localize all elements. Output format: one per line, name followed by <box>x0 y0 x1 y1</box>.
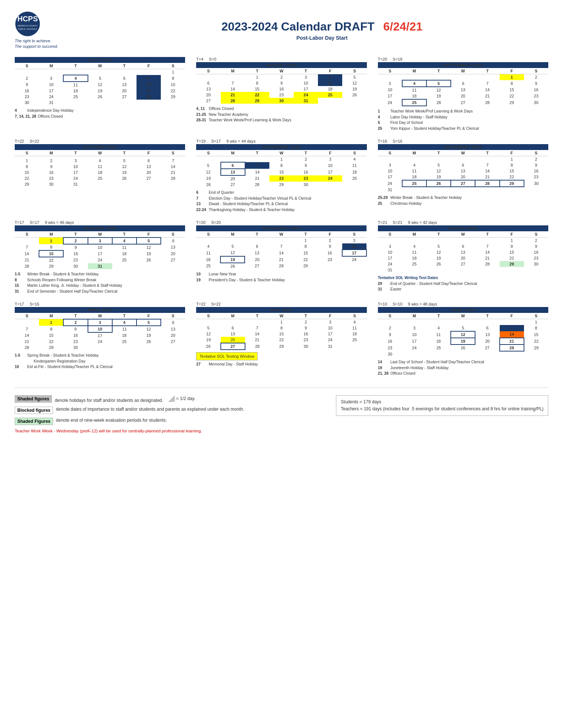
month-january-2024: T=17 S=17 9 wks = 46 days JANUARY 2024 S… <box>15 220 185 295</box>
month-november-2023: T=19 S=17 9 wks = 44 days NOVEMBER 2023 … <box>196 139 367 213</box>
may-stats: T=22 S=22 <box>196 302 367 306</box>
teachers-text: Teachers = 191 days (includes four .5 ev… <box>341 406 543 413</box>
shaded-figures2-box: Shaded Figures <box>15 418 53 425</box>
shaded-figures2-text: denote end of nine-week evaluation perio… <box>56 418 167 423</box>
jan-stats: T=17 S=17 9 wks = 46 days <box>15 220 185 225</box>
jun-stats: T=10 S=10 9 wks = 48 days <box>378 302 548 306</box>
feb-title: FEBRUARY 2024 <box>196 225 366 231</box>
month-july-2023: JULY 2023 SMTWTFS 1 2345678 910111213141… <box>15 57 185 132</box>
jan-notes: 1-5Winter Break - Student & Teacher Holi… <box>15 271 185 295</box>
svg-marker-4 <box>168 395 175 402</box>
mar-title: MARCH 2024 <box>378 225 548 231</box>
calendar-grid: JULY 2023 SMTWTFS 1 2345678 910111213141… <box>15 57 548 377</box>
july-title: JULY 2023 <box>15 57 185 63</box>
mar-notes: Tentative SOL Writing Test Dates 29End o… <box>378 275 548 292</box>
jun-table: JUNE 2024 SMTWTFS 1 2345678 910111213141… <box>378 307 548 357</box>
sep-title: SEPTEMBER 2023 <box>378 62 548 68</box>
month-december-2023: T=16 S=16 DECEMBER 2023 SMTWTFS 12 34567… <box>378 139 548 213</box>
month-october-2023: T=22 S=22 OCTOBER 2023 SMTWTFS 1234567 8… <box>15 139 185 213</box>
may-notes: Tentative SOL Testing Window 27Memorial … <box>196 352 367 367</box>
half-day-indicator: = 1/2 day. <box>168 395 195 402</box>
shaded-figures-box: Shaded figures <box>15 395 52 403</box>
blocked-figures-box: Blocked figures <box>15 407 53 414</box>
dec-title: DECEMBER 2023 <box>378 144 548 150</box>
dec-notes: 25-29Winter Break - Student & Teacher Ho… <box>378 195 548 207</box>
nov-title: NOVEMBER 2023 <box>196 144 367 150</box>
nov-table: NOVEMBER 2023 SMTWTFS 1234 567891011 121… <box>196 144 367 188</box>
may-title: MAY 2024 <box>196 307 367 313</box>
title-area: 2023-2024 Calendar DRAFT 6/24/21 Post-La… <box>96 20 548 41</box>
mar-table: MARCH 2024 SMTWTFS 12 3456789 1011121314… <box>378 225 548 273</box>
month-april-2024: T=17 S=16 APRIL 2024 SMTWTFS 123456 7891… <box>15 302 185 377</box>
month-september-2023: T=20 S=18 SEPTEMBER 2023 SMTWTFS 12 3456… <box>378 57 548 132</box>
august-stats: T=4 S=0 <box>196 57 367 61</box>
august-title: AUGUST 2023 <box>196 62 367 68</box>
logo-area: HCPS HENRICO COUNTY PUBLIC SCHOOLS The r… <box>15 11 96 50</box>
sol-testing-bar: Tentative SOL Testing Window <box>196 352 258 361</box>
students-text: Students = 179 days <box>341 399 543 406</box>
month-june-2024: T=10 S=10 9 wks = 48 days JUNE 2024 SMTW… <box>378 302 548 377</box>
blocked-figures-text: denote dates of importance to staff and/… <box>56 407 244 412</box>
legend-area: Shaded figures denote holidays for staff… <box>15 388 548 433</box>
sep-notes: 1Teacher Work Week/Prof Learning & Work … <box>378 108 548 132</box>
main-title: 2023-2024 Calendar DRAFT <box>222 20 375 33</box>
svg-text:HENRICO COUNTY: HENRICO COUNTY <box>18 25 38 27</box>
sep-table: SEPTEMBER 2023 SMTWTFS 12 3456789 101112… <box>378 62 548 106</box>
jan-table: JANUARY 2024 SMTWTFS 123456 78910111213 … <box>15 225 185 269</box>
mar-stats: T=21 S=21 9 wks = 42 days <box>378 220 548 225</box>
july-notes: 4Independence Day Holiday 7, 14, 21, 28O… <box>15 108 185 119</box>
sep-stats: T=20 S=18 <box>378 57 548 61</box>
apr-notes: 1-5Spring Break - Student & Teacher Holi… <box>15 353 185 370</box>
legend-right-box: Students = 179 days Teachers = 191 days … <box>336 395 548 416</box>
oct-title: OCTOBER 2023 <box>15 144 185 150</box>
feb-notes: 10Lunar New Year 19President's Day - Stu… <box>196 271 367 283</box>
draft-date: 6/24/21 <box>383 20 423 33</box>
month-august-2023: T=4 S=0 AUGUST 2023 SMTWTFS 12345 678910… <box>196 57 367 132</box>
apr-table: APRIL 2024 SMTWTFS 123456 78910111213 14… <box>15 307 185 350</box>
jun-title: JUNE 2024 <box>378 307 548 313</box>
hcps-logo-icon: HCPS HENRICO COUNTY PUBLIC SCHOOLS <box>15 11 40 37</box>
tagline: The right to achieve. The support to suc… <box>15 38 96 50</box>
oct-table: OCTOBER 2023 SMTWTFS 1234567 89101112131… <box>15 144 185 187</box>
legend-row-1: Shaded figures denote holidays for staff… <box>15 395 321 403</box>
legend-row-3: Shaded Figures denote end of nine-week e… <box>15 418 321 425</box>
month-may-2024: T=22 S=22 MAY 2024 SMTWTFS 1234 56789101… <box>196 302 367 377</box>
nov-stats: T=19 S=17 9 wks = 44 days <box>196 139 367 143</box>
feb-table: FEBRUARY 2024 SMTWTFS 123 45678910 11121… <box>196 225 367 269</box>
apr-stats: T=17 S=16 <box>15 302 185 306</box>
month-march-2024: T=21 S=21 9 wks = 42 days MARCH 2024 SMT… <box>378 220 548 295</box>
subtitle: Post-Labor Day Start <box>96 35 548 41</box>
page-header: HCPS HENRICO COUNTY PUBLIC SCHOOLS The r… <box>15 11 548 50</box>
nov-notes: 6End of Quarter 7Election Day - Student … <box>196 190 367 213</box>
svg-text:HCPS: HCPS <box>17 15 38 23</box>
legend-row-2: Blocked figures denote dates of importan… <box>15 407 321 414</box>
august-table: AUGUST 2023 SMTWTFS 12345 6789101112 131… <box>196 62 367 104</box>
oct-stats: T=22 S=22 <box>15 139 185 143</box>
may-table: MAY 2024 SMTWTFS 1234 567891011 12131415… <box>196 307 367 350</box>
shaded-figures-text: denote holidays for staff and/or student… <box>55 395 195 403</box>
teacher-note: Teacher Work Week - Wednesday (preK-12) … <box>15 429 321 433</box>
apr-title: APRIL 2024 <box>15 307 185 313</box>
july-table: JULY 2023 SMTWTFS 1 2345678 910111213141… <box>15 57 185 106</box>
jan-title: JANUARY 2024 <box>15 225 185 231</box>
dec-table: DECEMBER 2023 SMTWTFS 12 3456789 1011121… <box>378 144 548 193</box>
month-february-2024: T=20 S=20 FEBRUARY 2024 SMTWTFS 123 4567… <box>196 220 367 295</box>
half-day-triangle-icon <box>168 395 175 402</box>
feb-stats: T=20 S=20 <box>196 220 367 225</box>
dec-stats: T=16 S=16 <box>378 139 548 143</box>
svg-text:PUBLIC SCHOOLS: PUBLIC SCHOOLS <box>18 28 38 30</box>
jun-notes: 14Last Day of School - Student Half Day/… <box>378 359 548 377</box>
august-notes: 4, 11Offices Closed 21-25New Teacher Aca… <box>196 106 367 123</box>
